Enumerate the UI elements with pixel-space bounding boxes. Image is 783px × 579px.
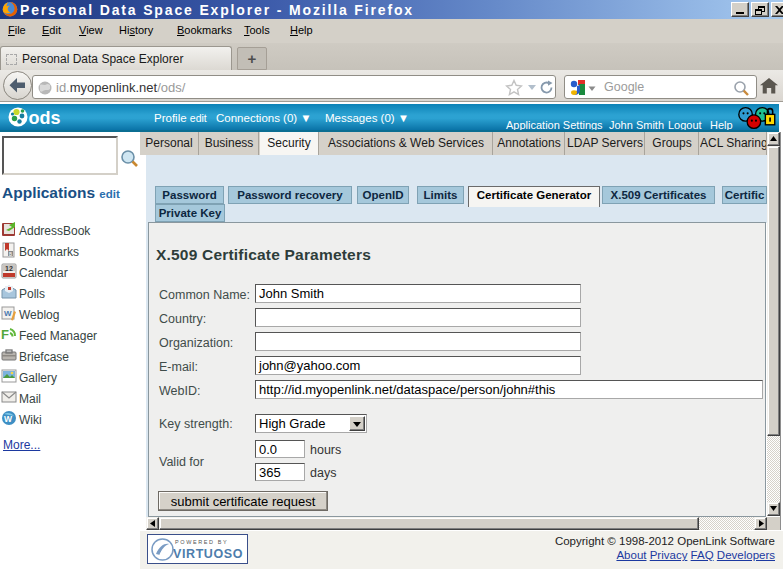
svg-text:B: B [9, 252, 12, 257]
svg-text:ods: ods [29, 108, 61, 128]
svg-text:F: F [1, 327, 9, 342]
svg-text:W: W [4, 414, 13, 424]
svg-text:12: 12 [5, 265, 13, 272]
svg-text:W: W [4, 309, 12, 318]
